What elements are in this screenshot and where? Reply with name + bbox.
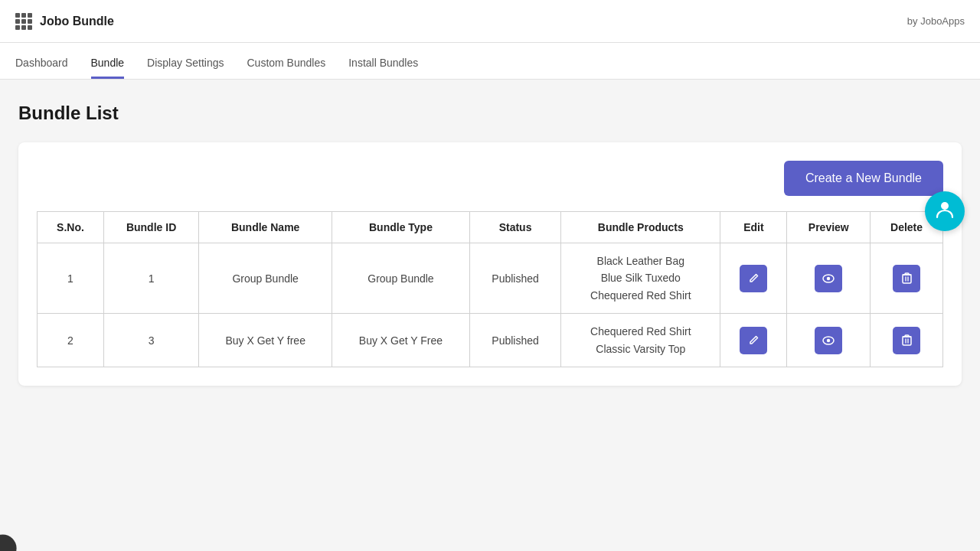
- preview-button-1[interactable]: [815, 327, 842, 354]
- cell-delete: [871, 314, 943, 367]
- nav-item-install-bundles[interactable]: Install Bundles: [348, 57, 418, 79]
- delete-button-1[interactable]: [893, 327, 920, 354]
- edit-button-0[interactable]: [740, 265, 767, 292]
- cell-bundle-name: Group Bundle: [199, 243, 332, 314]
- preview-button-0[interactable]: [815, 265, 842, 292]
- create-new-bundle-button[interactable]: Create a New Bundle: [784, 161, 943, 196]
- col-bundle-products: Bundle Products: [561, 212, 720, 243]
- col-bundle-id: Bundle ID: [103, 212, 198, 243]
- svg-point-7: [827, 338, 830, 341]
- col-edit: Edit: [720, 212, 787, 243]
- top-bar: Jobo Bundle by JoboApps: [0, 0, 980, 43]
- nav-item-display-settings[interactable]: Display Settings: [147, 57, 224, 79]
- main-content: Bundle List Create a New Bundle S.No. Bu…: [0, 80, 980, 551]
- cell-sno: 1: [38, 243, 104, 314]
- table-header-row: S.No. Bundle ID Bundle Name Bundle Type …: [38, 212, 943, 243]
- table-row: 1 1 Group Bundle Group Bundle Published …: [38, 243, 943, 314]
- app-by-label: by JoboApps: [907, 15, 965, 27]
- create-btn-row: Create a New Bundle: [37, 161, 943, 196]
- page-title: Bundle List: [18, 103, 962, 124]
- edit-button-1[interactable]: [740, 327, 767, 354]
- cell-status: Published: [469, 314, 560, 367]
- app-branding: Jobo Bundle: [15, 13, 114, 30]
- cell-preview: [787, 314, 871, 367]
- app-grid-icon: [15, 13, 32, 30]
- cell-bundle-id: 1: [103, 243, 198, 314]
- table-row: 2 3 Buy X Get Y free Buy X Get Y Free Pu…: [38, 314, 943, 367]
- svg-point-12: [941, 202, 949, 210]
- support-button[interactable]: [925, 191, 965, 231]
- support-icon: [935, 199, 955, 223]
- cell-sno: 2: [38, 314, 104, 367]
- cell-bundle-products: Chequered Red ShirtClassic Varsity Top: [561, 314, 720, 367]
- bundle-table: S.No. Bundle ID Bundle Name Bundle Type …: [37, 211, 943, 367]
- nav-item-custom-bundles[interactable]: Custom Bundles: [247, 57, 325, 79]
- nav-item-dashboard[interactable]: Dashboard: [15, 57, 68, 79]
- cell-edit: [720, 243, 787, 314]
- col-status: Status: [469, 212, 560, 243]
- cell-preview: [787, 243, 871, 314]
- cell-bundle-type: Buy X Get Y Free: [332, 314, 470, 367]
- svg-rect-2: [903, 275, 911, 283]
- nav-bar: Dashboard Bundle Display Settings Custom…: [0, 43, 980, 80]
- cell-bundle-products: Black Leather BagBlue Silk TuxedoChequer…: [561, 243, 720, 314]
- cell-delete: [871, 243, 943, 314]
- svg-point-1: [827, 276, 830, 279]
- col-sno: S.No.: [38, 212, 104, 243]
- delete-button-0[interactable]: [893, 265, 920, 292]
- nav-item-bundle[interactable]: Bundle: [91, 57, 125, 79]
- svg-rect-8: [903, 337, 911, 345]
- col-bundle-name: Bundle Name: [199, 212, 332, 243]
- col-bundle-type: Bundle Type: [332, 212, 470, 243]
- cell-status: Published: [469, 243, 560, 314]
- cell-bundle-name: Buy X Get Y free: [199, 314, 332, 367]
- app-title: Jobo Bundle: [40, 15, 114, 28]
- cell-bundle-id: 3: [103, 314, 198, 367]
- cell-edit: [720, 314, 787, 367]
- bundle-card: Create a New Bundle S.No. Bundle ID Bund…: [18, 142, 962, 386]
- col-preview: Preview: [787, 212, 871, 243]
- cell-bundle-type: Group Bundle: [332, 243, 470, 314]
